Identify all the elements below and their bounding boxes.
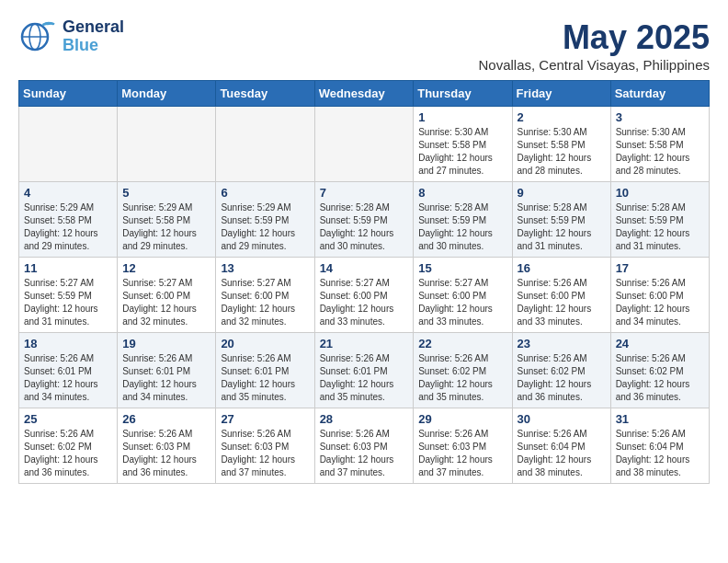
day-info: Sunrise: 5:26 AM Sunset: 6:04 PM Dayligh… xyxy=(616,428,704,479)
day-number: 19 xyxy=(122,337,210,350)
calendar-cell xyxy=(118,107,216,182)
day-info: Sunrise: 5:26 AM Sunset: 6:02 PM Dayligh… xyxy=(616,352,704,404)
calendar-cell: 1Sunrise: 5:30 AM Sunset: 5:58 PM Daylig… xyxy=(414,107,512,182)
calendar-cell: 2Sunrise: 5:30 AM Sunset: 5:58 PM Daylig… xyxy=(512,107,610,182)
calendar-cell: 8Sunrise: 5:28 AM Sunset: 5:59 PM Daylig… xyxy=(414,182,512,258)
location: Novallas, Central Visayas, Philippines xyxy=(478,57,710,73)
day-number: 27 xyxy=(221,412,309,426)
day-info: Sunrise: 5:26 AM Sunset: 6:01 PM Dayligh… xyxy=(221,352,309,404)
calendar-cell: 28Sunrise: 5:26 AM Sunset: 6:03 PM Dayli… xyxy=(314,408,414,484)
day-info: Sunrise: 5:27 AM Sunset: 5:59 PM Dayligh… xyxy=(24,277,112,328)
calendar-cell: 12Sunrise: 5:27 AM Sunset: 6:00 PM Dayli… xyxy=(118,258,216,333)
day-info: Sunrise: 5:30 AM Sunset: 5:58 PM Dayligh… xyxy=(518,126,606,178)
day-number: 26 xyxy=(122,412,210,426)
month-title: May 2025 xyxy=(478,18,710,57)
title-block: May 2025 Novallas, Central Visayas, Phil… xyxy=(478,18,710,73)
day-number: 15 xyxy=(418,261,506,275)
calendar-cell: 16Sunrise: 5:26 AM Sunset: 6:00 PM Dayli… xyxy=(512,258,610,333)
day-info: Sunrise: 5:26 AM Sunset: 6:00 PM Dayligh… xyxy=(518,277,606,328)
day-info: Sunrise: 5:26 AM Sunset: 6:01 PM Dayligh… xyxy=(320,352,409,404)
logo-general: General xyxy=(63,18,124,37)
weekday-wednesday: Wednesday xyxy=(314,81,414,107)
day-info: Sunrise: 5:29 AM Sunset: 5:58 PM Dayligh… xyxy=(122,201,210,253)
calendar-cell: 9Sunrise: 5:28 AM Sunset: 5:59 PM Daylig… xyxy=(512,182,610,258)
day-info: Sunrise: 5:29 AM Sunset: 5:59 PM Dayligh… xyxy=(221,201,309,253)
calendar-cell: 22Sunrise: 5:26 AM Sunset: 6:02 PM Dayli… xyxy=(414,333,512,408)
day-number: 31 xyxy=(616,412,704,426)
page-header: General Blue May 2025 Novallas, Central … xyxy=(18,18,710,73)
day-info: Sunrise: 5:26 AM Sunset: 6:03 PM Dayligh… xyxy=(320,428,409,479)
day-info: Sunrise: 5:27 AM Sunset: 6:00 PM Dayligh… xyxy=(320,277,409,328)
day-info: Sunrise: 5:26 AM Sunset: 6:03 PM Dayligh… xyxy=(122,428,210,479)
calendar-week-5: 25Sunrise: 5:26 AM Sunset: 6:02 PM Dayli… xyxy=(19,408,710,484)
calendar-cell: 3Sunrise: 5:30 AM Sunset: 5:58 PM Daylig… xyxy=(610,107,709,182)
day-info: Sunrise: 5:26 AM Sunset: 6:03 PM Dayligh… xyxy=(221,428,309,479)
calendar-cell: 20Sunrise: 5:26 AM Sunset: 6:01 PM Dayli… xyxy=(216,333,314,408)
calendar-table: SundayMondayTuesdayWednesdayThursdayFrid… xyxy=(18,80,710,484)
calendar-cell: 14Sunrise: 5:27 AM Sunset: 6:00 PM Dayli… xyxy=(314,258,414,333)
day-number: 7 xyxy=(320,186,409,200)
day-info: Sunrise: 5:28 AM Sunset: 5:59 PM Dayligh… xyxy=(518,201,606,253)
weekday-saturday: Saturday xyxy=(610,81,709,107)
calendar-cell xyxy=(314,107,414,182)
day-info: Sunrise: 5:27 AM Sunset: 6:00 PM Dayligh… xyxy=(122,277,210,328)
logo-blue: Blue xyxy=(63,37,124,55)
day-info: Sunrise: 5:26 AM Sunset: 6:03 PM Dayligh… xyxy=(418,428,506,479)
day-number: 20 xyxy=(221,337,309,350)
day-number: 6 xyxy=(221,186,309,200)
day-number: 18 xyxy=(24,337,112,350)
day-number: 17 xyxy=(616,261,704,275)
weekday-tuesday: Tuesday xyxy=(216,81,314,107)
day-number: 24 xyxy=(616,337,704,350)
day-number: 14 xyxy=(320,261,409,275)
day-info: Sunrise: 5:30 AM Sunset: 5:58 PM Dayligh… xyxy=(418,126,506,178)
calendar-cell: 25Sunrise: 5:26 AM Sunset: 6:02 PM Dayli… xyxy=(19,408,118,484)
calendar-cell: 4Sunrise: 5:29 AM Sunset: 5:58 PM Daylig… xyxy=(19,182,118,258)
day-info: Sunrise: 5:28 AM Sunset: 5:59 PM Dayligh… xyxy=(616,201,704,253)
calendar-cell: 10Sunrise: 5:28 AM Sunset: 5:59 PM Dayli… xyxy=(610,182,709,258)
weekday-sunday: Sunday xyxy=(19,81,118,107)
day-number: 28 xyxy=(320,412,409,426)
day-number: 5 xyxy=(122,186,210,200)
calendar-cell: 19Sunrise: 5:26 AM Sunset: 6:01 PM Dayli… xyxy=(118,333,216,408)
weekday-thursday: Thursday xyxy=(414,81,512,107)
calendar-cell: 26Sunrise: 5:26 AM Sunset: 6:03 PM Dayli… xyxy=(118,408,216,484)
day-number: 22 xyxy=(418,337,506,350)
weekday-monday: Monday xyxy=(118,81,216,107)
calendar-week-4: 18Sunrise: 5:26 AM Sunset: 6:01 PM Dayli… xyxy=(19,333,710,408)
calendar-cell: 7Sunrise: 5:28 AM Sunset: 5:59 PM Daylig… xyxy=(314,182,414,258)
calendar-cell: 13Sunrise: 5:27 AM Sunset: 6:00 PM Dayli… xyxy=(216,258,314,333)
day-number: 8 xyxy=(418,186,506,200)
day-info: Sunrise: 5:26 AM Sunset: 6:04 PM Dayligh… xyxy=(518,428,606,479)
day-info: Sunrise: 5:28 AM Sunset: 5:59 PM Dayligh… xyxy=(418,201,506,253)
day-number: 3 xyxy=(616,110,704,124)
day-number: 25 xyxy=(24,412,112,426)
day-info: Sunrise: 5:29 AM Sunset: 5:58 PM Dayligh… xyxy=(24,201,112,253)
logo-globe-icon xyxy=(18,18,55,53)
logo: General Blue xyxy=(18,18,124,55)
day-info: Sunrise: 5:26 AM Sunset: 6:01 PM Dayligh… xyxy=(122,352,210,404)
day-number: 16 xyxy=(518,261,606,275)
calendar-cell: 24Sunrise: 5:26 AM Sunset: 6:02 PM Dayli… xyxy=(610,333,709,408)
calendar-cell: 11Sunrise: 5:27 AM Sunset: 5:59 PM Dayli… xyxy=(19,258,118,333)
day-info: Sunrise: 5:27 AM Sunset: 6:00 PM Dayligh… xyxy=(221,277,309,328)
calendar-cell: 29Sunrise: 5:26 AM Sunset: 6:03 PM Dayli… xyxy=(414,408,512,484)
day-number: 21 xyxy=(320,337,409,350)
day-number: 2 xyxy=(518,110,606,124)
day-number: 1 xyxy=(418,110,506,124)
day-number: 30 xyxy=(518,412,606,426)
calendar-week-3: 11Sunrise: 5:27 AM Sunset: 5:59 PM Dayli… xyxy=(19,258,710,333)
weekday-friday: Friday xyxy=(512,81,610,107)
calendar-cell: 31Sunrise: 5:26 AM Sunset: 6:04 PM Dayli… xyxy=(610,408,709,484)
calendar-week-2: 4Sunrise: 5:29 AM Sunset: 5:58 PM Daylig… xyxy=(19,182,710,258)
day-number: 29 xyxy=(418,412,506,426)
calendar-week-1: 1Sunrise: 5:30 AM Sunset: 5:58 PM Daylig… xyxy=(19,107,710,182)
calendar-cell: 5Sunrise: 5:29 AM Sunset: 5:58 PM Daylig… xyxy=(118,182,216,258)
weekday-header-row: SundayMondayTuesdayWednesdayThursdayFrid… xyxy=(19,81,710,107)
calendar-cell xyxy=(19,107,118,182)
calendar-cell: 23Sunrise: 5:26 AM Sunset: 6:02 PM Dayli… xyxy=(512,333,610,408)
day-info: Sunrise: 5:27 AM Sunset: 6:00 PM Dayligh… xyxy=(418,277,506,328)
calendar-cell: 21Sunrise: 5:26 AM Sunset: 6:01 PM Dayli… xyxy=(314,333,414,408)
calendar-cell xyxy=(216,107,314,182)
day-number: 4 xyxy=(24,186,112,200)
